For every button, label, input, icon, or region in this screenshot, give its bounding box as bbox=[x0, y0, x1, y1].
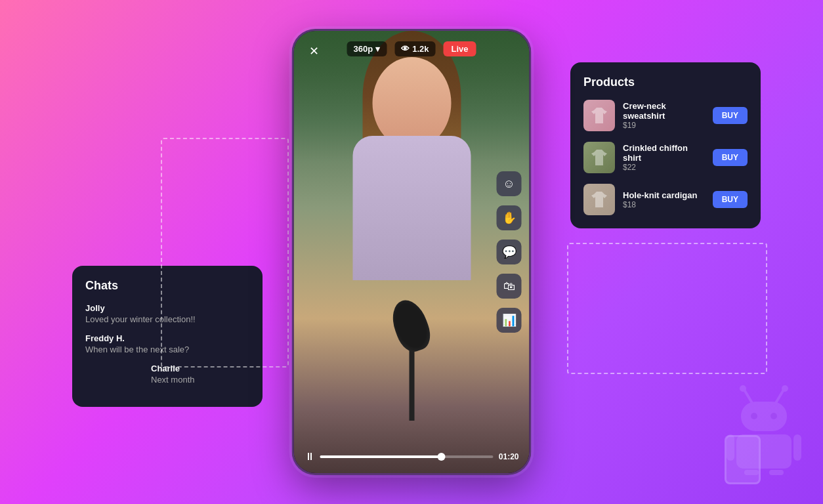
person-face bbox=[372, 57, 451, 149]
quality-label: 360p bbox=[354, 44, 373, 54]
bag-icon: 🛍 bbox=[503, 280, 515, 293]
product-image-2 bbox=[583, 184, 615, 215]
chat-bubble-icon: 💬 bbox=[502, 245, 517, 259]
pause-button[interactable]: ⏸ bbox=[305, 451, 315, 463]
chat-name-jolly: Jolly bbox=[85, 303, 249, 313]
product-info-0: Crew-neck sweatshirt $19 bbox=[623, 101, 705, 130]
products-title: Products bbox=[583, 75, 748, 89]
svg-rect-9 bbox=[793, 434, 801, 461]
product-item-2: Hole-knit cardigan $18 BUY bbox=[583, 184, 748, 215]
product-price-1: $22 bbox=[623, 163, 705, 172]
microphone-head bbox=[386, 295, 434, 356]
product-item-0: Crew-neck sweatshirt $19 BUY bbox=[583, 100, 748, 131]
svg-line-0 bbox=[744, 390, 752, 403]
bar-chart-icon: 📊 bbox=[502, 313, 517, 327]
live-badge: Live bbox=[443, 41, 476, 56]
chat-message-jolly: Jolly Loved your winter collection!! bbox=[85, 303, 249, 324]
svg-line-2 bbox=[776, 390, 784, 403]
products-dashed-region bbox=[567, 243, 767, 374]
product-item-1: Crinkled chiffon shirt $22 BUY bbox=[583, 142, 748, 173]
chat-name-freddy: Freddy H. bbox=[85, 333, 249, 343]
svg-rect-11 bbox=[769, 470, 784, 475]
video-controls-top: ✕ 360p ▾ 👁 1.2k Live bbox=[294, 41, 530, 56]
phone-frame: ✕ 360p ▾ 👁 1.2k Live ☺ ✋ 💬 🛍 bbox=[292, 29, 532, 475]
buy-button-1[interactable]: BUY bbox=[713, 149, 748, 166]
progress-bar[interactable] bbox=[320, 455, 494, 458]
chat-text-jolly: Loved your winter collection!! bbox=[85, 314, 249, 324]
product-name-2: Hole-knit cardigan bbox=[623, 190, 705, 200]
product-info-1: Crinkled chiffon shirt $22 bbox=[623, 143, 705, 172]
person-torso bbox=[352, 136, 471, 280]
bag-button[interactable]: 🛍 bbox=[497, 274, 522, 299]
product-info-2: Hole-knit cardigan $18 bbox=[623, 190, 705, 209]
stats-button[interactable]: 📊 bbox=[497, 308, 522, 333]
chat-text-charlie: Next month bbox=[151, 375, 249, 385]
hand-icon: ✋ bbox=[502, 211, 517, 225]
buy-button-0[interactable]: BUY bbox=[713, 107, 748, 124]
chat-message-charlie: Charlie Next month bbox=[151, 364, 249, 385]
chat-panel: Chats Jolly Loved your winter collection… bbox=[72, 266, 263, 407]
dropdown-arrow-icon: ▾ bbox=[375, 44, 380, 54]
product-price-2: $18 bbox=[623, 200, 705, 209]
smile-icon: ☺ bbox=[503, 177, 515, 191]
products-panel: Products Crew-neck sweatshirt $19 BUY Cr… bbox=[570, 62, 761, 228]
chat-text-freddy: When will be the next sale? bbox=[85, 345, 249, 354]
person-overlay bbox=[294, 31, 530, 473]
pause-icon: ⏸ bbox=[305, 451, 315, 462]
svg-point-5 bbox=[751, 413, 757, 419]
product-image-0 bbox=[583, 100, 615, 131]
video-controls-bottom: ⏸ 01:20 bbox=[305, 451, 519, 463]
chat-name-charlie: Charlie bbox=[151, 364, 249, 373]
svg-point-1 bbox=[740, 385, 746, 392]
product-name-0: Crew-neck sweatshirt bbox=[623, 101, 705, 121]
progress-fill bbox=[320, 455, 442, 458]
viewers-badge: 👁 1.2k bbox=[394, 41, 435, 56]
emoji-button[interactable]: ☺ bbox=[497, 171, 522, 196]
phone-decoration bbox=[725, 435, 761, 484]
svg-point-6 bbox=[770, 413, 777, 419]
svg-rect-4 bbox=[741, 402, 787, 431]
progress-indicator bbox=[438, 453, 446, 461]
chat-button[interactable]: 💬 bbox=[497, 240, 522, 264]
product-image-1 bbox=[583, 142, 615, 173]
eye-icon: 👁 bbox=[401, 44, 410, 54]
buy-button-2[interactable]: BUY bbox=[713, 191, 748, 208]
viewers-count: 1.2k bbox=[412, 44, 429, 54]
hand-button[interactable]: ✋ bbox=[497, 205, 522, 230]
close-button[interactable]: ✕ bbox=[305, 41, 324, 61]
product-name-1: Crinkled chiffon shirt bbox=[623, 143, 705, 163]
chat-title: Chats bbox=[85, 279, 249, 293]
phone-container: ✕ 360p ▾ 👁 1.2k Live ☺ ✋ 💬 🛍 bbox=[292, 29, 532, 475]
quality-badge[interactable]: 360p ▾ bbox=[347, 41, 387, 56]
chat-message-freddy: Freddy H. When will be the next sale? bbox=[85, 333, 249, 354]
time-display: 01:20 bbox=[499, 452, 519, 461]
product-price-0: $19 bbox=[623, 121, 705, 130]
microphone-stand bbox=[409, 342, 414, 421]
svg-point-3 bbox=[782, 385, 788, 392]
right-icon-bar: ☺ ✋ 💬 🛍 📊 bbox=[497, 171, 522, 333]
